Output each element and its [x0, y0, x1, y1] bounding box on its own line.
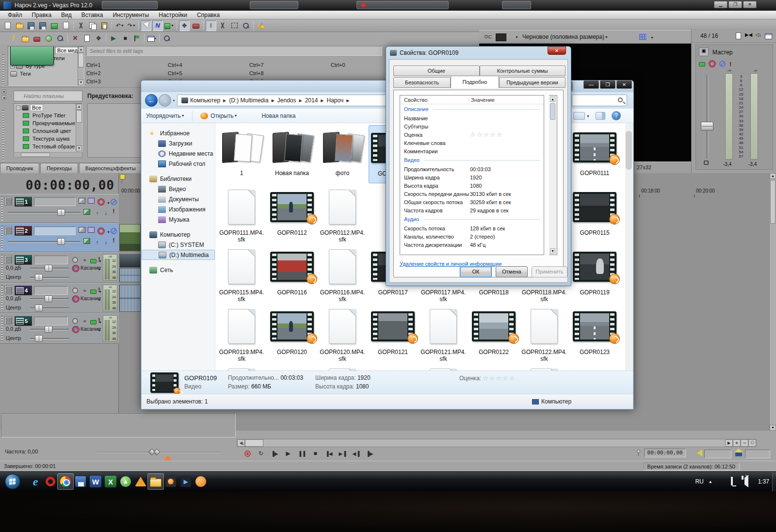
previous-frame-button[interactable]: ◀▐	[350, 449, 362, 458]
menu-Настройки[interactable]: Настройки	[154, 12, 192, 18]
zoom-edit-tool-button[interactable]	[241, 20, 251, 31]
file-GOPR0121[interactable]: GOPR0121	[369, 304, 417, 362]
pan-crop-icon[interactable]	[88, 227, 95, 233]
track-grip[interactable]	[1, 316, 3, 341]
play-button[interactable]: ▶	[282, 449, 294, 458]
collapse-track-icon[interactable]	[4, 197, 12, 206]
breadcrumb-segment[interactable]: (D:) Multimedia▶	[229, 97, 277, 104]
collapse-icon[interactable]: −	[16, 106, 20, 110]
envelope-edit-tool-button[interactable]: N	[152, 20, 163, 31]
sidebar-item-Рабочий стол[interactable]: Рабочий стол	[142, 159, 215, 169]
scroll-right-icon[interactable]: ▶	[725, 439, 733, 447]
chevron-down-icon[interactable]: ▼	[515, 35, 518, 39]
mixer-views-icon[interactable]	[764, 32, 772, 40]
selection-tool-button[interactable]	[229, 20, 240, 31]
track-motion-icon[interactable]	[79, 198, 85, 204]
track-grip[interactable]	[1, 226, 3, 250]
make-parent-icon[interactable]: ↑	[93, 209, 101, 217]
maximize-icon[interactable]: ❐	[600, 81, 615, 89]
bus-fx-icon[interactable]	[699, 62, 705, 66]
level-slider-handle[interactable]	[57, 209, 65, 216]
volume-icon[interactable]	[744, 475, 748, 487]
pane-grip[interactable]	[2, 110, 4, 161]
file-GOPR0111.MP4.sfk[interactable]: GOPR0111.MP4.sfk	[217, 185, 266, 243]
media-player-orange-taskbar-button[interactable]	[162, 473, 179, 490]
normal-edit-tool-button[interactable]	[141, 20, 151, 31]
scroll-thumb[interactable]	[78, 53, 84, 67]
menu-Правка[interactable]: Правка	[27, 12, 57, 18]
sidebar-item-Недавние места[interactable]: Недавние места	[142, 148, 215, 159]
file-GOPR0122[interactable]: GOPR0122	[469, 304, 518, 362]
master-collapse-icon[interactable]: ▣	[699, 48, 709, 56]
search-box[interactable]	[572, 95, 627, 106]
sidebar-item-Изображения[interactable]: Изображения	[142, 204, 215, 214]
split-trim-tool-button[interactable]	[217, 20, 228, 31]
file-GOPR0119.MP4.sfk[interactable]: GOPR0119.MP4.sfk	[217, 304, 266, 362]
breadcrumb-segment[interactable]: 2014▶	[305, 97, 327, 104]
file-GOPR0119[interactable]: GOPR0119	[570, 244, 619, 303]
file-item[interactable]	[419, 364, 468, 371]
track-name-field[interactable]	[34, 197, 76, 206]
video-track-header[interactable]: 1▼!↑↓	[0, 194, 119, 223]
tab-Предыдущие версии[interactable]: Предыдущие версии	[499, 77, 566, 88]
menu-Вид[interactable]: Вид	[56, 12, 77, 18]
cursor-position-field[interactable]: 00:00:00,00	[644, 449, 686, 457]
make-child-icon[interactable]: ↓	[102, 238, 110, 246]
record-arm-icon[interactable]	[71, 287, 79, 294]
undo-button[interactable]: ↶▼	[114, 20, 125, 31]
paste-button[interactable]	[99, 20, 110, 31]
scroll-down-icon[interactable]: ▼	[78, 80, 84, 85]
file-GOPR0116.MP4.sfk[interactable]: GOPR0116.MP4.sfk	[318, 244, 367, 303]
video-clip-thumbnail[interactable]	[119, 224, 141, 251]
open-project-button[interactable]	[14, 20, 25, 31]
change-view-icon[interactable]	[573, 112, 585, 120]
cut-button[interactable]	[76, 20, 86, 31]
chevron-down-icon[interactable]: ▼	[586, 114, 590, 118]
file-item[interactable]	[520, 364, 568, 371]
volume-slider-handle[interactable]	[45, 295, 52, 302]
dialog-close-button[interactable]: ✕	[548, 47, 566, 55]
master-fader-handle[interactable]	[701, 122, 713, 130]
save-project-button[interactable]	[26, 20, 36, 31]
sidebar-item-(C:) SYSTEM[interactable]: (C:) SYSTEM	[142, 240, 215, 250]
volume-slider-handle[interactable]	[45, 326, 52, 333]
lock-icon[interactable]	[704, 161, 709, 165]
media-bin-item[interactable]: Все медиафайлы	[8, 47, 84, 54]
record-arm-icon[interactable]	[71, 317, 79, 325]
file-GOPR0121.MP4.sfk[interactable]: GOPR0121.MP4.sfk	[419, 304, 468, 362]
sidebar-item-Загрузки[interactable]: Загрузки	[142, 138, 215, 148]
sidebar-section-Библиотеки[interactable]: Библиотеки	[142, 174, 215, 184]
sidebar-section-Сеть[interactable]: Сеть	[142, 265, 215, 275]
track-number[interactable]: 3	[15, 255, 32, 265]
close-icon[interactable]: ✕	[616, 81, 632, 89]
zoom-in-time-icon[interactable]: +	[733, 439, 741, 447]
start-preview-button[interactable]: ▶	[108, 33, 119, 44]
scroll-up-icon[interactable]: ▲	[550, 97, 555, 102]
solo-icon[interactable]: !	[729, 61, 731, 68]
track-level-slider[interactable]	[8, 241, 81, 242]
timeline-marker-icon[interactable]	[120, 174, 125, 179]
dock-tab-Проводник[interactable]: Проводник	[0, 163, 39, 173]
new-project-button[interactable]	[2, 20, 13, 31]
make-child-icon[interactable]: ↓	[102, 209, 110, 217]
collapse-track-icon[interactable]	[4, 286, 12, 294]
scroll-up-icon[interactable]: ▲	[76, 104, 82, 110]
track-motion-icon[interactable]	[79, 227, 85, 233]
history-dropdown-icon[interactable]: ▼	[172, 99, 176, 102]
stop-button[interactable]: ■	[309, 449, 321, 458]
property-row[interactable]: Скорость потока128 кбит в сек	[400, 224, 544, 232]
record-button[interactable]	[242, 449, 253, 458]
file-GOPR0112.MP4.sfk[interactable]: GOPR0112.MP4.sfk	[318, 185, 367, 243]
remove-selected-media-button[interactable]: ✕	[70, 33, 81, 44]
sidebar-item-Документы[interactable]: Документы	[142, 194, 215, 204]
ie-taskbar-button[interactable]: e	[27, 473, 44, 490]
pan-slider-handle[interactable]	[35, 305, 43, 311]
plugin-search-input[interactable]	[14, 91, 82, 101]
property-row[interactable]: Ширина кадра1920	[400, 173, 544, 181]
copy-button[interactable]	[87, 20, 98, 31]
zoom-tool-icon[interactable]	[748, 439, 756, 447]
solo-icon[interactable]: !	[95, 316, 103, 324]
green-app-taskbar-button[interactable]: ▲	[117, 473, 134, 490]
file-item[interactable]	[318, 364, 367, 371]
menu-Справка[interactable]: Справка	[192, 12, 225, 18]
